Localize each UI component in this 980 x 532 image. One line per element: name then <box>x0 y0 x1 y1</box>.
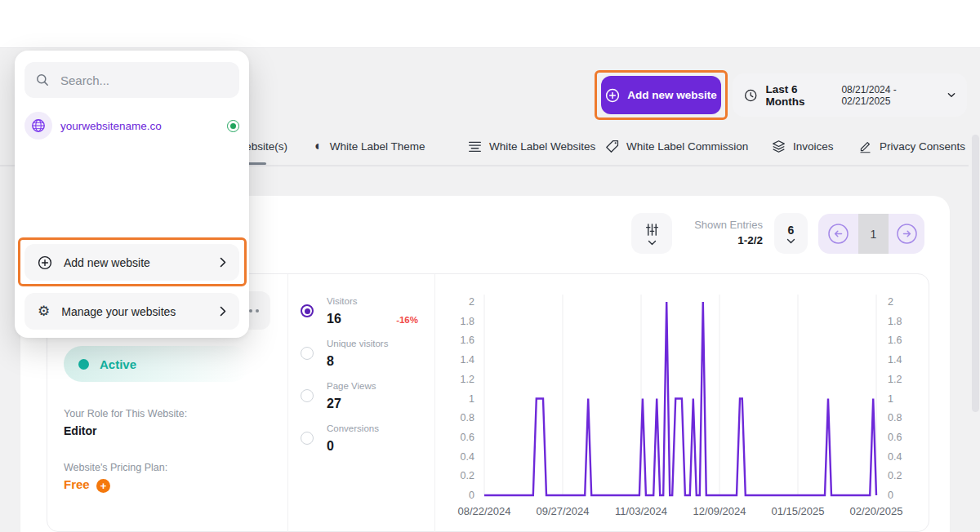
tag-icon <box>605 140 619 153</box>
stat-value: 8 <box>327 354 334 369</box>
arrow-right-circle-icon <box>896 223 918 245</box>
tab-label: Invoices <box>793 140 834 153</box>
contrast-icon: ◐ <box>314 140 323 153</box>
chevron-down-icon <box>947 92 956 98</box>
layers-icon <box>772 140 786 153</box>
chevron-right-icon <box>220 306 226 317</box>
stat-value: 27 <box>327 397 341 411</box>
svg-text:0: 0 <box>888 490 893 501</box>
dropdown-add-new-website[interactable]: Add new website <box>24 244 239 281</box>
manage-websites-label: Manage your websites <box>61 305 208 318</box>
stat-radio-unique-visitors[interactable] <box>301 347 314 360</box>
pen-icon <box>858 140 872 153</box>
role-label: Your Role for This Website: <box>64 408 187 419</box>
search-input[interactable] <box>59 73 225 88</box>
card-divider <box>287 274 288 532</box>
globe-icon <box>31 118 46 133</box>
tab-label: White Label Websites <box>489 140 595 153</box>
tab-label: White Label Theme <box>330 140 425 153</box>
svg-text:0.2: 0.2 <box>461 470 474 481</box>
svg-text:1.4: 1.4 <box>461 354 474 366</box>
website-list-item[interactable]: yourwebsitename.co <box>24 106 239 145</box>
tab-privacy-consents[interactable]: Privacy Consents <box>858 135 965 157</box>
svg-text:0.6: 0.6 <box>888 432 902 443</box>
svg-text:2: 2 <box>888 296 893 308</box>
stat-radio-conversions[interactable] <box>301 432 314 445</box>
svg-text:08/22/2024: 08/22/2024 <box>457 505 510 517</box>
chevron-down-icon <box>786 238 795 244</box>
status-label: Active <box>100 357 136 371</box>
svg-text:11/03/2024: 11/03/2024 <box>615 505 667 517</box>
stat-radio-page-views[interactable] <box>301 389 314 402</box>
shown-entries: Shown Entries 1-2/2 <box>645 219 763 246</box>
stat-label: Conversions <box>327 423 379 433</box>
shown-entries-value: 1-2/2 <box>645 234 763 246</box>
search-icon <box>36 73 49 86</box>
tab-white-label-theme[interactable]: ◐ White Label Theme <box>314 135 425 157</box>
next-page-button[interactable] <box>889 214 924 254</box>
svg-text:12/09/2024: 12/09/2024 <box>693 505 746 517</box>
status-badge: Active <box>64 346 250 382</box>
svg-text:1.2: 1.2 <box>888 374 902 385</box>
svg-text:01/15/2025: 01/15/2025 <box>771 505 824 517</box>
page-size-select[interactable]: 6 <box>774 213 808 254</box>
svg-text:1.8: 1.8 <box>888 316 902 327</box>
role-value: Editor <box>64 424 96 437</box>
visitors-chart: 08/22/202409/27/202411/03/202412/09/2024… <box>434 273 929 532</box>
tab-white-label-commission[interactable]: White Label Commission <box>605 135 748 157</box>
stat-value: 0 <box>327 439 334 454</box>
svg-text:0.8: 0.8 <box>888 412 902 423</box>
period-label: Last 6 Months <box>765 83 833 108</box>
top-bar <box>0 0 980 48</box>
svg-text:1: 1 <box>888 393 893 405</box>
upgrade-plan-button[interactable]: + <box>96 478 110 493</box>
shown-entries-label: Shown Entries <box>645 219 763 231</box>
current-page[interactable]: 1 <box>858 214 889 254</box>
status-dot-icon <box>78 359 89 370</box>
arrow-left-circle-icon <box>827 223 849 245</box>
svg-text:1.4: 1.4 <box>888 354 902 366</box>
svg-text:09/27/2024: 09/27/2024 <box>536 505 589 517</box>
stat-delta: -16% <box>327 315 418 325</box>
clock-icon <box>744 88 757 103</box>
pagination: 1 <box>818 214 924 254</box>
svg-text:0: 0 <box>469 490 474 501</box>
website-avatar <box>24 112 52 140</box>
dropdown-manage-websites[interactable]: ⚙ Manage your websites <box>24 293 239 330</box>
svg-text:0.2: 0.2 <box>888 470 902 481</box>
gear-icon: ⚙ <box>38 304 50 318</box>
plus-icon: + <box>96 479 110 493</box>
stat-label: Page Views <box>327 381 376 391</box>
selected-website-radio[interactable] <box>227 120 239 132</box>
plan-label: Website's Pricing Plan: <box>64 462 167 473</box>
website-search[interactable] <box>24 62 239 98</box>
tab-white-label-websites[interactable]: White Label Websites <box>468 135 595 157</box>
svg-text:1: 1 <box>469 393 474 405</box>
svg-text:2: 2 <box>469 296 474 308</box>
svg-text:1.2: 1.2 <box>461 374 474 385</box>
previous-page-button[interactable] <box>818 214 858 254</box>
stat-radio-visitors[interactable] <box>301 304 314 317</box>
date-range-picker[interactable]: Last 6 Months 08/21/2024 - 02/21/2025 <box>733 73 967 117</box>
website-name: yourwebsitename.co <box>60 120 219 132</box>
tab-invoices[interactable]: Invoices <box>772 135 834 157</box>
svg-text:1.6: 1.6 <box>888 335 902 346</box>
scrollbar-thumb[interactable] <box>972 135 979 412</box>
chevron-right-icon <box>220 257 226 268</box>
add-new-website-label: Add new website <box>64 256 208 269</box>
lines-icon <box>468 140 482 153</box>
add-new-website-button[interactable]: Add new website <box>601 76 721 114</box>
svg-text:0.4: 0.4 <box>888 451 902 463</box>
tab-label: White Label Commission <box>626 140 748 153</box>
plan-value: Free <box>64 477 90 491</box>
svg-text:1.6: 1.6 <box>461 335 474 346</box>
period-range: 08/21/2024 - 02/21/2025 <box>841 84 939 107</box>
stat-label: Visitors <box>327 296 358 306</box>
page-size-value: 6 <box>788 224 795 237</box>
svg-text:1.8: 1.8 <box>461 316 474 327</box>
plus-circle-icon <box>38 255 52 270</box>
plus-circle-icon <box>605 88 620 103</box>
svg-text:0.8: 0.8 <box>461 412 474 423</box>
svg-text:0.4: 0.4 <box>461 451 474 463</box>
add-new-website-label: Add new website <box>627 89 717 101</box>
